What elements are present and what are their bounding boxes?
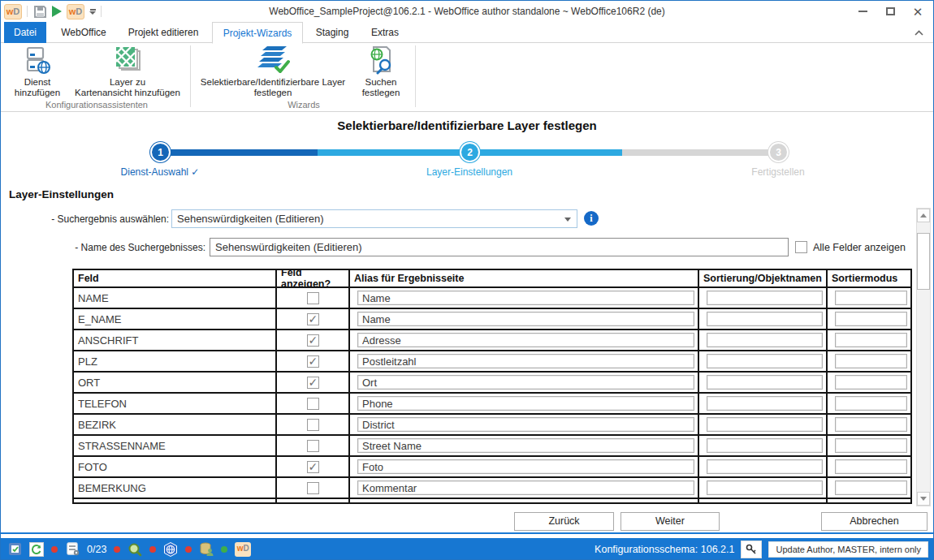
validation-ok-icon[interactable] [7,542,22,557]
alias-input[interactable] [357,354,694,368]
info-icon[interactable]: i [584,211,599,226]
field-name-cell: FOTO [74,457,277,476]
tab-extras[interactable]: Extras [361,22,409,43]
alias-input[interactable] [357,417,694,432]
search-result-label: - Suchergebnis auswählen: [9,213,169,225]
field-visible-checkbox[interactable] [307,398,319,410]
tab-staging[interactable]: Staging [308,22,357,43]
header-sortierung: Sortierung/Objektnamen [699,270,828,286]
all-fields-checkbox[interactable] [795,241,807,253]
alias-input[interactable] [357,502,694,504]
table-row: TELEFON [74,394,910,415]
close-button[interactable]: ✕ [904,1,932,22]
status-dot-red [51,546,58,553]
wizard-step-1-circle[interactable]: 1 [150,142,171,162]
vertical-scrollbar[interactable] [916,208,931,506]
sort-objectname-input[interactable] [707,312,823,326]
sortmode-input[interactable] [835,291,907,305]
sync-icon[interactable] [29,542,44,557]
layer-to-map-icon [113,45,142,75]
scrollbar-thumb[interactable] [917,233,930,290]
cancel-button[interactable]: Abbrechen [821,512,928,531]
alias-input[interactable] [357,459,694,474]
field-visible-cell [277,309,350,329]
alias-input[interactable] [357,438,694,453]
field-visible-cell [277,288,350,308]
search-status-icon[interactable] [128,542,142,557]
search-result-select[interactable]: Sehenswürdigkeiten (Editieren) [171,209,577,228]
field-visible-checkbox[interactable] [307,292,319,304]
field-visible-checkbox[interactable] [307,377,319,389]
sortmode-input[interactable] [835,333,907,347]
field-name-cell: E_BEMERKUNG [74,499,277,504]
sort-objectname-input[interactable] [707,333,823,347]
alias-input[interactable] [357,333,694,347]
sortmode-input[interactable] [835,502,907,504]
field-name-cell: E_NAME [74,309,277,329]
field-visible-checkbox[interactable] [307,355,319,368]
sort-objectname-input[interactable] [707,354,823,368]
sort-objectname-input[interactable] [707,438,823,453]
layer-zu-kartenansicht-button[interactable]: Layer zu Kartenansicht hinzufügen [66,45,189,98]
globe-service-icon[interactable] [163,542,178,557]
sortmode-cell [828,499,910,504]
field-visible-checkbox[interactable] [307,419,319,431]
suchen-festlegen-button[interactable]: Suchen festlegen [352,45,409,98]
sortmode-cell [828,394,910,413]
alias-input[interactable] [357,375,694,390]
tab-projekt-wizards[interactable]: Projekt-Wizards [212,22,303,44]
sortmode-input[interactable] [835,354,907,368]
minimize-button[interactable] [849,1,876,22]
sort-objectname-input[interactable] [707,291,823,305]
fields-table: Feld Feld anzeigen? Alias für Ergebnisse… [72,269,912,504]
sort-objectname-input[interactable] [707,417,823,432]
sortmode-input[interactable] [835,417,907,432]
sort-objectname-input[interactable] [707,480,823,495]
field-visible-checkbox[interactable] [307,334,319,347]
maximize-button[interactable] [876,1,904,22]
sortmode-input[interactable] [835,480,907,495]
sort-objectname-input[interactable] [707,502,823,504]
sortmode-input[interactable] [835,312,907,326]
wizard-step-2-circle[interactable]: 2 [460,142,480,162]
license-key-button[interactable] [741,541,762,558]
database-user-icon[interactable] [199,542,214,557]
collapse-ribbon-icon[interactable] [910,26,927,39]
field-name-cell: ANSCHRIFT [74,330,277,350]
server-config-icon[interactable] [65,542,80,557]
sort-objectname-input[interactable] [707,375,823,390]
sort-cell [699,351,828,371]
tab-projekt-editieren[interactable]: Projekt editieren [121,22,205,43]
sortmode-input[interactable] [835,438,907,453]
scroll-down-icon[interactable] [917,492,930,506]
alias-input[interactable] [357,480,694,495]
tab-weboffice[interactable]: WebOffice [51,22,116,43]
alias-input[interactable] [357,291,694,305]
field-visible-checkbox[interactable] [307,313,319,325]
update-author-button[interactable]: Update Author, MASTER, intern only [768,541,928,558]
next-button[interactable]: Weiter [621,512,720,531]
tab-datei[interactable]: Datei [4,22,46,43]
field-visible-checkbox[interactable] [307,504,319,505]
ribbon-group-konfigurationsassistenten: Dienst hinzufügen Layer zu Kartenansicht… [4,43,189,111]
sortmode-input[interactable] [835,459,907,474]
wizard-step-1-label[interactable]: Dienst-Auswahl ✓ [71,166,249,178]
selektierbare-layer-festlegen-button[interactable]: Selektierbare/Identifizierbare Layer fes… [193,45,352,98]
field-visible-checkbox[interactable] [307,482,319,494]
sortmode-input[interactable] [835,375,907,390]
alias-input[interactable] [357,312,694,326]
status-counter: 0/23 [87,544,106,555]
sort-objectname-input[interactable] [707,396,823,411]
weboffice-status-icon[interactable]: wD [235,542,251,557]
sort-objectname-input[interactable] [707,459,823,474]
scroll-up-icon[interactable] [917,209,930,222]
sortmode-input[interactable] [835,396,907,411]
sortmode-cell [828,415,910,434]
progress-segment-upcoming [622,149,778,156]
result-name-input[interactable] [210,238,789,256]
dienst-hinzufuegen-button[interactable]: Dienst hinzufügen [9,45,66,98]
field-visible-checkbox[interactable] [307,440,319,452]
field-visible-checkbox[interactable] [307,461,319,473]
back-button[interactable]: Zurück [514,512,614,531]
alias-input[interactable] [357,396,694,411]
